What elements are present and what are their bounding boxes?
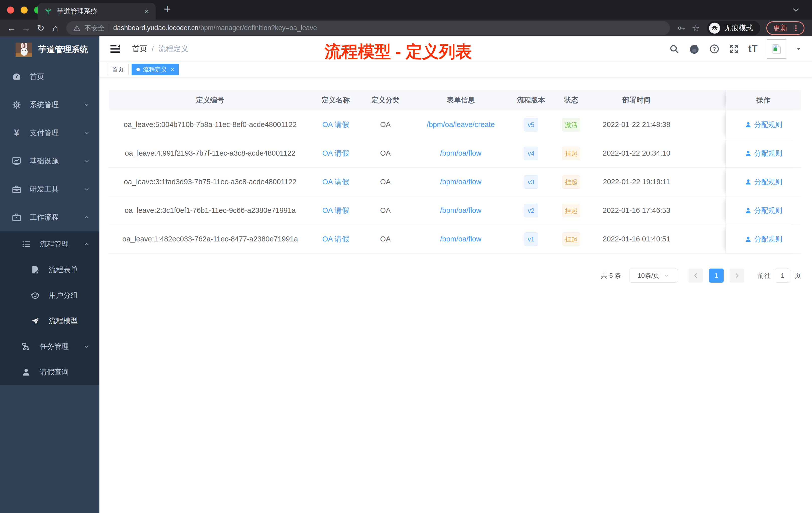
fullscreen-icon[interactable] (729, 44, 739, 54)
navbar-actions: ? tT (669, 39, 802, 59)
table-row: oa_leave:5:004b710b-7b8a-11ec-8ef0-acde4… (109, 111, 801, 139)
version-badge: v2 (524, 204, 538, 217)
security-label[interactable]: 不安全 (84, 24, 105, 33)
update-button[interactable]: 更新 (766, 21, 805, 35)
header-definition-id: 定义编号 (109, 90, 311, 110)
definition-name-link[interactable]: OA 请假 (311, 196, 360, 224)
definition-name-link[interactable]: OA 请假 (311, 139, 360, 168)
sidebar-item-dev-tools[interactable]: 研发工具 (0, 175, 99, 203)
avatar[interactable] (767, 39, 786, 59)
tab-close-icon[interactable]: × (144, 7, 149, 15)
tree-icon (20, 342, 32, 351)
page-content: 定义编号 定义名称 定义分类 表单信息 流程版本 状态 部署时间 操作 oa_l… (99, 78, 812, 513)
assign-rule-button[interactable]: 分配规则 (745, 234, 782, 244)
caret-down-icon[interactable] (795, 46, 802, 52)
address-bar[interactable]: 不安全 dashboard.yudao.iocoder.cn/bpm/manag… (66, 21, 670, 35)
yen-icon: ¥ (10, 128, 23, 138)
sidebar-item-system[interactable]: 系统管理 (0, 91, 99, 119)
definition-name-link[interactable]: OA 请假 (311, 111, 360, 139)
form-link[interactable]: /bpm/oa/flow (411, 225, 511, 253)
new-tab-button[interactable]: + (164, 2, 171, 16)
tag-home[interactable]: 首页 (107, 64, 128, 75)
sidebar-item-home[interactable]: 首页 (0, 63, 99, 91)
pagination: 共 5 条 10条/页 1 前往 页 (601, 269, 801, 282)
version-badge: v3 (524, 175, 538, 189)
sidebar-item-leave-query[interactable]: 请假查询 (0, 359, 99, 385)
assign-rule-button[interactable]: 分配规则 (745, 177, 782, 187)
sidebar-item-process-management[interactable]: 流程管理 (0, 232, 99, 257)
form-link[interactable]: /bpm/oa/flow (411, 139, 511, 168)
breadcrumb-home[interactable]: 首页 (132, 44, 147, 54)
tab-strip-chevron-icon[interactable] (791, 5, 801, 14)
chevron-left-icon (693, 272, 699, 279)
tag-close-icon[interactable]: × (171, 66, 174, 73)
page-unit-label: 页 (794, 271, 801, 280)
tags-view: 首页 流程定义 × (99, 61, 812, 78)
definition-id: oa_leave:2:3c1f0ef1-76b1-11ec-9c66-a2380… (109, 196, 311, 224)
sidebar-item-workflow[interactable]: 工作流程 (0, 203, 99, 232)
user-icon (745, 121, 752, 128)
window-minimize-button[interactable] (21, 6, 28, 13)
deploy-time: 2022-01-22 19:19:11 (591, 168, 682, 196)
back-button[interactable]: ← (5, 23, 18, 33)
sidebar-item-task-management[interactable]: 任务管理 (0, 334, 99, 359)
search-icon[interactable] (669, 44, 679, 54)
goto-label: 前往 (758, 271, 771, 280)
reload-button[interactable]: ↻ (34, 23, 47, 33)
page-size-select[interactable]: 10条/页 (629, 269, 678, 282)
app-title: 芋道管理系统 (38, 44, 88, 55)
table-row: oa_leave:3:1fad3d93-7b75-11ec-a3c8-acde4… (109, 168, 801, 196)
goto-page-input[interactable] (775, 269, 790, 282)
help-icon[interactable]: ? (709, 44, 720, 54)
form-link[interactable]: /bpm/oa/flow (411, 168, 511, 196)
window-close-button[interactable] (7, 6, 14, 13)
forward-button[interactable]: → (20, 23, 33, 33)
table-header-row: 定义编号 定义名称 定义分类 表单信息 流程版本 状态 部署时间 操作 (109, 90, 801, 111)
tag-process-definition[interactable]: 流程定义 × (132, 64, 179, 75)
form-link[interactable]: /bpm/oa/flow (411, 196, 511, 224)
key-icon[interactable] (677, 24, 686, 32)
status-badge: 挂起 (562, 204, 580, 217)
home-button[interactable]: ⌂ (49, 23, 62, 33)
chevron-right-icon (734, 272, 740, 279)
browser-tab[interactable]: 芋道管理系统 × (38, 3, 156, 20)
workflow-submenu: 流程管理 流程表单 用户分组 流程模型 (0, 232, 99, 385)
menu-fold-icon[interactable] (110, 43, 121, 55)
status-badge: 激活 (562, 118, 580, 131)
next-page-button[interactable] (730, 269, 744, 282)
sidebar-item-payment[interactable]: ¥ 支付管理 (0, 119, 99, 147)
header-form-info: 表单信息 (411, 90, 511, 110)
sidebar-item-infrastructure[interactable]: 基础设施 (0, 147, 99, 175)
sidebar-item-process-model[interactable]: 流程模型 (0, 308, 99, 334)
definition-name-link[interactable]: OA 请假 (311, 168, 360, 196)
dashboard-icon (10, 72, 23, 82)
header-deploy-time: 部署时间 (591, 90, 682, 110)
assign-rule-button[interactable]: 分配规则 (745, 206, 782, 215)
sidebar-item-process-form[interactable]: 流程表单 (0, 257, 99, 282)
page-number-button[interactable]: 1 (709, 269, 724, 282)
bookmark-star-icon[interactable]: ☆ (692, 23, 699, 33)
definition-id: oa_leave:4:991f2193-7b7f-11ec-a3c8-acde4… (109, 139, 311, 168)
incognito-badge: 无痕模式 (707, 21, 760, 35)
definition-category: OA (360, 196, 411, 224)
sidebar-item-user-group[interactable]: 用户分组 (0, 282, 99, 308)
breadcrumb: 首页 / 流程定义 (132, 44, 188, 54)
prev-page-button[interactable] (689, 269, 703, 282)
text-size-icon[interactable]: tT (748, 43, 758, 54)
kebab-menu-icon[interactable] (793, 24, 799, 32)
definition-category: OA (360, 111, 411, 139)
assign-rule-button[interactable]: 分配规则 (745, 120, 782, 129)
chevron-down-icon (83, 102, 90, 108)
chevron-down-icon (83, 343, 90, 350)
toolbox-icon (10, 184, 23, 194)
github-icon[interactable] (689, 43, 700, 55)
browser-tabstrip: 芋道管理系统 × + (0, 0, 812, 20)
assign-rule-button[interactable]: 分配规则 (745, 149, 782, 158)
person-icon (20, 367, 32, 377)
paper-plane-icon (29, 316, 41, 326)
definition-name-link[interactable]: OA 请假 (311, 225, 360, 253)
form-link[interactable]: /bpm/oa/leave/create (411, 111, 511, 139)
header-definition-name: 定义名称 (311, 90, 360, 110)
deploy-time: 2022-01-16 17:46:53 (591, 196, 682, 224)
version-badge: v4 (524, 147, 538, 160)
